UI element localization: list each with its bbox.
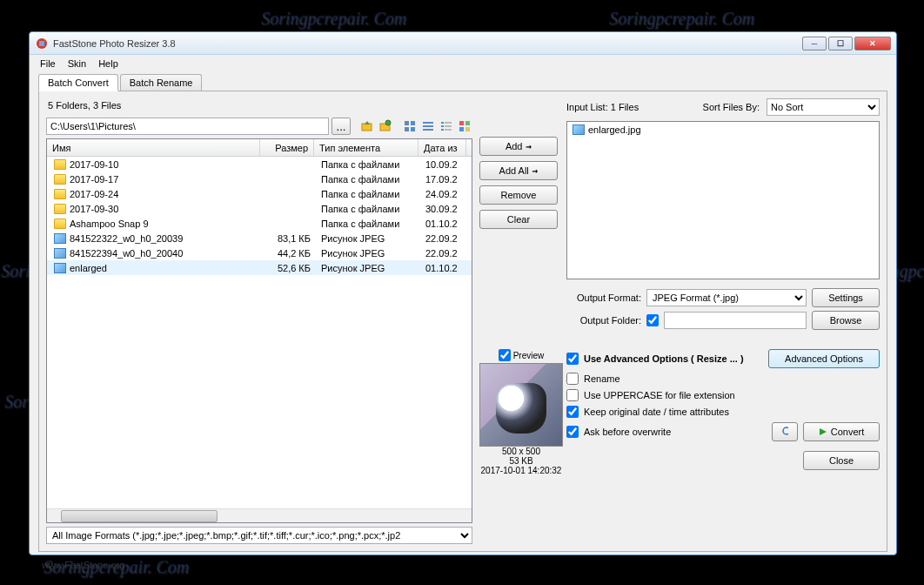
file-type: Папка с файлами xyxy=(316,174,420,185)
advanced-options-button[interactable]: Advanced Options xyxy=(768,349,880,368)
arrow-right-icon: → xyxy=(532,165,539,177)
file-date: 01.10.2 xyxy=(420,263,468,273)
file-row[interactable]: enlarged52,6 КБРисунок JPEG01.10.2 xyxy=(47,260,472,275)
view-large-icons[interactable] xyxy=(402,118,418,134)
col-name-header[interactable]: Имя xyxy=(47,139,260,156)
search-preview-button[interactable] xyxy=(772,422,798,441)
statusbar: www.FastStone.org xyxy=(30,557,896,573)
use-advanced-label: Use Advanced Options ( Resize ... ) xyxy=(584,353,744,364)
svg-rect-14 xyxy=(441,125,444,127)
svg-rect-12 xyxy=(441,122,444,124)
keep-date-label: Keep original date / time attributes xyxy=(584,407,729,417)
file-type: Рисунок JPEG xyxy=(316,233,420,244)
svg-rect-16 xyxy=(441,129,444,131)
browse-folder-button[interactable]: ... xyxy=(331,118,351,135)
file-name: 2017-09-10 xyxy=(70,159,118,170)
close-window-button[interactable]: ✕ xyxy=(854,37,891,50)
svg-point-4 xyxy=(385,120,391,125)
ask-overwrite-checkbox[interactable] xyxy=(566,426,579,438)
svg-rect-11 xyxy=(423,129,433,131)
col-date-header[interactable]: Дата из xyxy=(418,139,466,156)
keep-date-checkbox[interactable] xyxy=(566,406,579,418)
tab-batch-convert[interactable]: Batch Convert xyxy=(38,74,118,91)
tab-batch-rename[interactable]: Batch Rename xyxy=(120,74,203,91)
output-folder-checkbox[interactable] xyxy=(646,314,659,326)
path-input[interactable] xyxy=(46,118,329,135)
maximize-button[interactable]: ☐ xyxy=(828,37,853,50)
file-row[interactable]: 2017-09-17Папка с файлами17.09.2 xyxy=(47,171,472,186)
folder-icon xyxy=(54,219,66,229)
add-button[interactable]: Add → xyxy=(479,137,558,156)
file-type: Папка с файлами xyxy=(316,189,420,199)
uppercase-label: Use UPPERCASE for file extension xyxy=(584,390,735,400)
file-date: 24.09.2 xyxy=(420,189,468,199)
view-thumbnails[interactable] xyxy=(457,118,472,134)
app-icon xyxy=(35,37,49,50)
file-date: 22.09.2 xyxy=(420,233,468,244)
svg-rect-1 xyxy=(39,41,44,46)
left-pane: 5 Folders, 3 Files ... Имя Размер Тип эл… xyxy=(46,98,472,544)
watermark: Soringpcrepair. Com xyxy=(609,9,754,29)
file-row[interactable]: 841522322_w0_h0_2003983,1 КБРисунок JPEG… xyxy=(47,231,472,245)
use-advanced-checkbox[interactable] xyxy=(566,353,579,365)
file-row[interactable]: 2017-09-24Папка с файлами24.09.2 xyxy=(47,186,472,201)
view-list[interactable] xyxy=(420,118,436,134)
clear-button[interactable]: Clear xyxy=(479,210,558,229)
input-item-name: enlarged.jpg xyxy=(588,124,641,135)
folder-icon xyxy=(54,159,66,170)
middle-pane: Add → Add All → Remove Clear Preview 500… xyxy=(479,98,559,544)
ask-overwrite-label: Ask before overwrite xyxy=(584,427,671,437)
output-format-select[interactable]: JPEG Format (*.jpg) xyxy=(646,289,807,306)
col-type-header[interactable]: Тип элемента xyxy=(314,139,418,156)
file-name: 841522322_w0_h0_20039 xyxy=(70,233,183,244)
tabstrip: Batch Convert Batch Rename xyxy=(30,72,896,91)
format-filter-select[interactable]: All Image Formats (*.jpg;*.jpe;*.jpeg;*.… xyxy=(46,527,472,544)
file-row[interactable]: 2017-09-30Папка с файлами30.09.2 xyxy=(47,201,472,216)
add-all-button[interactable]: Add All → xyxy=(479,161,558,180)
file-date: 30.09.2 xyxy=(420,204,468,214)
file-row[interactable]: Ashampoo Snap 9Папка с файлами01.10.2 xyxy=(47,216,472,231)
file-row[interactable]: 2017-09-10Папка с файлами10.09.2 xyxy=(47,157,472,171)
arrow-right-icon: → xyxy=(526,141,532,152)
output-folder-label: Output Folder: xyxy=(566,315,641,326)
right-pane: Input List: 1 Files Sort Files By: No So… xyxy=(566,98,880,544)
up-folder-icon[interactable] xyxy=(359,118,375,134)
horizontal-scrollbar[interactable] xyxy=(47,508,472,522)
preview-checkbox[interactable] xyxy=(499,349,511,361)
file-row[interactable]: 841522394_w0_h0_2004044,2 КБРисунок JPEG… xyxy=(47,245,472,260)
file-size: 44,2 КБ xyxy=(262,248,316,259)
menu-file[interactable]: File xyxy=(35,57,61,71)
preview-filesize: 53 KB xyxy=(509,456,532,466)
uppercase-checkbox[interactable] xyxy=(566,389,579,401)
col-size-header[interactable]: Размер xyxy=(260,139,314,156)
svg-point-22 xyxy=(783,427,788,434)
svg-rect-18 xyxy=(459,121,464,125)
convert-button[interactable]: Convert xyxy=(803,422,880,441)
list-item[interactable]: enlarged.jpg xyxy=(567,122,879,137)
file-name: enlarged xyxy=(70,263,107,273)
close-button[interactable]: Close xyxy=(803,451,880,470)
svg-rect-6 xyxy=(411,121,415,125)
titlebar[interactable]: FastStone Photo Resizer 3.8 ─ ☐ ✕ xyxy=(30,32,896,55)
preview-column: Preview 500 x 500 53 KB 2017-10-01 14:20… xyxy=(479,349,563,475)
menu-help[interactable]: Help xyxy=(93,57,124,71)
settings-button[interactable]: Settings xyxy=(812,288,880,307)
rename-checkbox[interactable] xyxy=(566,373,579,385)
file-list[interactable]: Имя Размер Тип элемента Дата из 2017-09-… xyxy=(46,138,472,523)
refresh-icon[interactable] xyxy=(378,118,393,134)
svg-rect-5 xyxy=(405,121,409,125)
main-window: FastStone Photo Resizer 3.8 ─ ☐ ✕ File S… xyxy=(29,31,897,555)
status-link[interactable]: www.FastStone.org xyxy=(42,560,124,570)
sort-select[interactable]: No Sort xyxy=(767,98,880,116)
view-details[interactable] xyxy=(439,118,454,134)
folder-info: 5 Folders, 3 Files xyxy=(46,98,472,114)
menu-skin[interactable]: Skin xyxy=(63,57,91,71)
input-list[interactable]: enlarged.jpg xyxy=(566,121,880,279)
window-title: FastStone Photo Resizer 3.8 xyxy=(53,38,802,49)
output-folder-input[interactable] xyxy=(664,312,807,329)
file-type: Рисунок JPEG xyxy=(316,263,420,273)
browse-button[interactable]: Browse xyxy=(812,311,880,330)
minimize-button[interactable]: ─ xyxy=(802,37,827,50)
remove-button[interactable]: Remove xyxy=(479,185,558,205)
rename-label: Rename xyxy=(584,373,620,384)
